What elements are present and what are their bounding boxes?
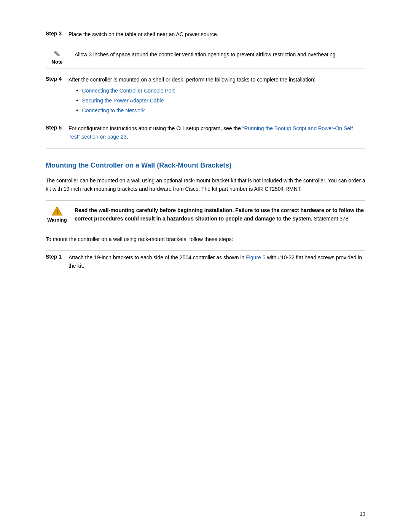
step-4-label: Step 4 [46, 76, 68, 82]
wall-step-1-block: Step 1 Attach the 19-inch brackets to ea… [46, 254, 365, 270]
warning-normal-text: Statement 378 [312, 216, 349, 222]
step-3-block: Step 3 Place the switch on the table or … [46, 30, 365, 39]
warning-text-content: Read the wall-mounting carefully before … [75, 205, 365, 223]
step-4-content: After the controller is mounted on a she… [68, 76, 365, 118]
connecting-network-link[interactable]: Connecting to the Network [82, 107, 145, 115]
step-5-text-before: For configuration instructions about usi… [68, 125, 242, 131]
section-heading: Mounting the Controller on a Wall (Rack-… [46, 161, 365, 170]
step-5-label: Step 5 [46, 125, 68, 131]
list-item: Connecting to the Network [76, 107, 365, 115]
list-item: Connecting the Controller Console Port [76, 87, 365, 95]
pencil-icon: ✎ [54, 50, 61, 58]
wall-step-1-content: Attach the 19-inch brackets to each side… [68, 254, 365, 270]
step-3-text: Place the switch on the table or shelf n… [68, 30, 365, 39]
connecting-controller-console-link[interactable]: Connecting the Controller Console Port [82, 87, 175, 95]
mount-intro-text: To mount the controller on a wall using … [46, 235, 365, 243]
svg-text:!: ! [56, 209, 58, 215]
step-5-content: For configuration instructions about usi… [68, 125, 365, 141]
note-text: Allow 3 inches of space around the contr… [75, 50, 365, 59]
step-4-text: After the controller is mounted on a she… [68, 77, 315, 83]
wall-step-1-text-before: Attach the 19-inch brackets to each side… [68, 254, 246, 260]
section-divider [46, 148, 365, 149]
warning-block: ! Warning Read the wall-mounting careful… [46, 200, 365, 228]
note-label: Note [52, 59, 63, 65]
list-item: Securing the Power Adapter Cable [76, 97, 365, 105]
section-body-text: The controller can be mounted on a wall … [46, 176, 365, 193]
steps-divider [46, 250, 365, 251]
step-3-label: Step 3 [46, 30, 68, 37]
page-container: Step 3 Place the switch on the table or … [0, 0, 411, 532]
wall-step-1-label: Step 1 [46, 254, 68, 260]
note-icon-col: ✎ Note [46, 50, 68, 65]
warning-triangle-icon: ! [51, 206, 63, 216]
step-5-block: Step 5 For configuration instructions ab… [46, 125, 365, 141]
step-4-bullet-list: Connecting the Controller Console Port S… [76, 87, 365, 115]
warning-label: Warning [47, 217, 67, 223]
note-block: ✎ Note Allow 3 inches of space around th… [46, 46, 365, 69]
figure-5-link[interactable]: Figure 5 [246, 254, 265, 260]
warning-icon-col: ! Warning [46, 205, 68, 223]
step-4-block: Step 4 After the controller is mounted o… [46, 76, 365, 118]
step-5-text-after: . [127, 134, 128, 140]
securing-power-adapter-link[interactable]: Securing the Power Adapter Cable [82, 97, 164, 105]
page-number: 13 [360, 511, 365, 517]
